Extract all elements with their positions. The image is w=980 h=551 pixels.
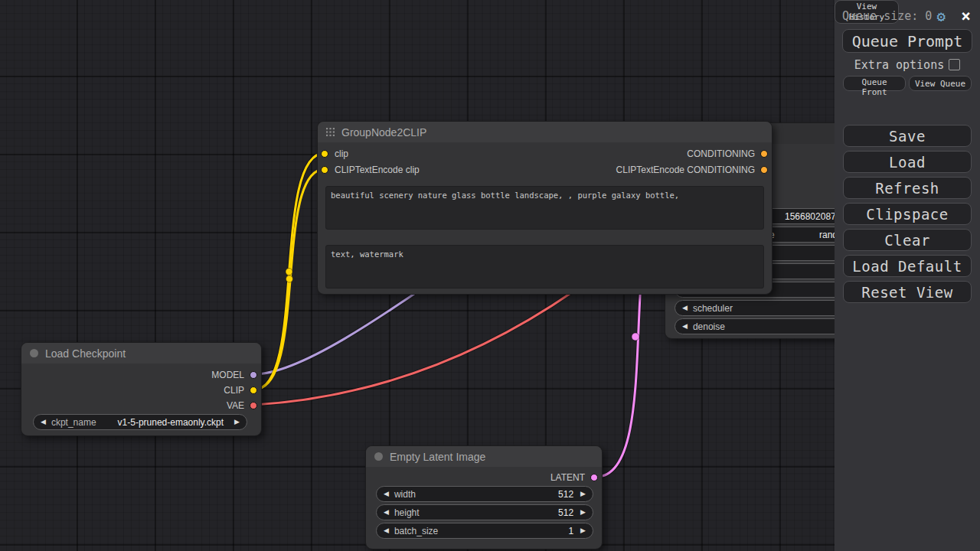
output-label: CLIPTextEncode CONDITIONING	[616, 165, 755, 175]
queue-size-label: Queue size: 0	[842, 9, 932, 23]
output-port-clip[interactable]	[250, 386, 257, 394]
scheduler-label: scheduler	[693, 303, 733, 314]
increment-arrow-icon[interactable]: ▶	[580, 509, 586, 516]
queue-prompt-button[interactable]: Queue Prompt	[842, 29, 972, 53]
output-label: CLIP	[224, 385, 244, 396]
output-port-model[interactable]	[250, 371, 257, 379]
height-label: height	[394, 507, 420, 518]
load-checkpoint-header[interactable]: Load Checkpoint	[21, 343, 261, 364]
node-title: Load Checkpoint	[45, 347, 126, 360]
collapse-dot-icon[interactable]	[30, 349, 38, 357]
width-label: width	[394, 489, 416, 500]
extra-options-label: Extra options	[854, 58, 944, 72]
queue-size-row: Queue size: 0 ⚙ ×	[842, 8, 974, 24]
output-port-latent[interactable]	[590, 474, 598, 481]
output-label: LATENT	[550, 472, 585, 483]
input-slot-clip: clip	[335, 148, 348, 159]
decrement-arrow-icon[interactable]: ◀	[384, 527, 389, 534]
node-title: GroupNode2CLIP	[341, 126, 426, 139]
input-port-clip[interactable]	[321, 150, 328, 158]
increment-arrow-icon[interactable]: ▶	[234, 419, 240, 425]
extra-options-checkbox[interactable]	[949, 59, 960, 70]
output-slot-clip: CLIP	[224, 385, 244, 396]
settings-gear-icon[interactable]: ⚙	[936, 9, 945, 24]
extra-options-row: Extra options	[835, 58, 980, 71]
node-groupnode2clip[interactable]: GroupNode2CLIP clip CLIPTextEncode clip …	[317, 121, 773, 295]
width-widget[interactable]: ◀ width 512 ▶	[376, 486, 593, 502]
input-port-cliptextencode-clip[interactable]	[321, 166, 328, 174]
decrement-arrow-icon[interactable]: ◀	[682, 305, 688, 311]
output-slot-conditioning: CONDITIONING	[687, 148, 755, 159]
batch-size-label: batch_size	[394, 526, 438, 536]
width-value: 512	[558, 489, 573, 500]
output-slot-vae: VAE	[227, 400, 244, 411]
grid-icon	[326, 128, 335, 136]
increment-arrow-icon[interactable]: ▶	[580, 491, 586, 497]
decrement-arrow-icon[interactable]: ◀	[41, 419, 46, 425]
reset-view-button[interactable]: Reset View	[843, 281, 972, 303]
batch-size-value: 1	[568, 526, 573, 536]
clear-button[interactable]: Clear	[843, 229, 972, 251]
clip-link-midpoint-dot[interactable]	[286, 269, 292, 276]
load-default-button[interactable]: Load Default	[843, 255, 972, 277]
height-value: 512	[558, 507, 573, 518]
queue-front-button[interactable]: Queue Front	[843, 76, 906, 91]
refresh-button[interactable]: Refresh	[843, 177, 972, 199]
view-queue-button[interactable]: View Queue	[909, 76, 972, 91]
save-button[interactable]: Save	[843, 125, 972, 147]
height-widget[interactable]: ◀ height 512 ▶	[376, 504, 593, 520]
ckpt-name-widget[interactable]: ◀ ckpt_name v1-5-pruned-emaonly.ckpt ▶	[33, 414, 247, 430]
output-slot-cliptextencode-conditioning: CLIPTextEncode CONDITIONING	[616, 165, 755, 175]
empty-latent-image-header[interactable]: Empty Latent Image	[366, 446, 602, 467]
output-label: VAE	[227, 400, 244, 411]
graph-canvas[interactable]: 1566802087 control_after_generate random…	[0, 0, 980, 551]
positive-prompt-textarea[interactable]: beautiful scenery nature glass bottle la…	[325, 186, 764, 230]
output-port-vae[interactable]	[250, 402, 257, 409]
collapse-dot-icon[interactable]	[374, 452, 383, 461]
decrement-arrow-icon[interactable]: ◀	[384, 491, 389, 497]
close-icon[interactable]: ×	[961, 8, 971, 24]
input-slot-cliptextencode-clip: CLIPTextEncode clip	[335, 165, 420, 175]
comfyui-app: 1566802087 control_after_generate random…	[0, 0, 980, 551]
ckpt-name-label: ckpt_name	[51, 417, 96, 428]
denoise-label: denoise	[693, 321, 725, 332]
node-load-checkpoint[interactable]: Load Checkpoint MODEL CLIP VAE ◀ ckpt_na…	[21, 342, 262, 436]
decrement-arrow-icon[interactable]: ◀	[384, 509, 389, 516]
input-label: CLIPTextEncode clip	[335, 165, 420, 175]
node-title: Empty Latent Image	[390, 451, 485, 463]
comfy-menu: Queue size: 0 ⚙ × Queue Prompt Extra opt…	[835, 0, 980, 551]
output-slot-model: MODEL	[211, 370, 244, 380]
latent-link-midpoint-dot[interactable]	[632, 333, 639, 341]
output-slot-latent: LATENT	[550, 472, 585, 483]
output-label: MODEL	[211, 370, 244, 380]
ckpt-name-value: v1-5-pruned-emaonly.ckpt	[118, 417, 224, 428]
input-label: clip	[335, 148, 348, 159]
seed-value: 1566802087	[785, 211, 836, 222]
node-empty-latent-image[interactable]: Empty Latent Image LATENT ◀ width 512 ▶ …	[365, 445, 603, 549]
clipspace-button[interactable]: Clipspace	[843, 203, 972, 225]
output-port-cliptextencode-conditioning[interactable]	[760, 166, 768, 174]
batch-size-widget[interactable]: ◀ batch_size 1 ▶	[376, 523, 593, 539]
groupnode2clip-header[interactable]: GroupNode2CLIP	[318, 122, 772, 142]
negative-prompt-textarea[interactable]: text, watermark	[325, 245, 764, 289]
load-button[interactable]: Load	[843, 151, 972, 173]
decrement-arrow-icon[interactable]: ◀	[682, 323, 688, 330]
output-port-conditioning[interactable]	[760, 150, 768, 158]
output-label: CONDITIONING	[687, 148, 755, 159]
clip-link-midpoint-dot[interactable]	[286, 276, 293, 282]
increment-arrow-icon[interactable]: ▶	[580, 527, 586, 534]
